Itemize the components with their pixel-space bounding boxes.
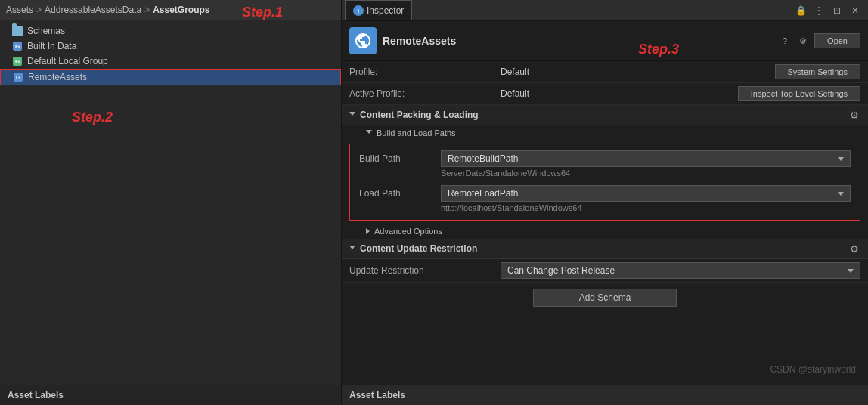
close-icon[interactable]: ✕ xyxy=(848,4,862,17)
advanced-options-row[interactable]: Advanced Options xyxy=(342,224,868,239)
build-load-paths-title: Build and Load Paths xyxy=(377,128,456,138)
watermark: CSDN @staryinworld xyxy=(770,364,856,375)
open-button[interactable]: Open xyxy=(814,33,860,48)
content-packing-section-header[interactable]: Content Packing & Loading ⚙ xyxy=(342,105,868,125)
content-packing-gear-icon[interactable]: ⚙ xyxy=(848,109,860,121)
add-schema-button[interactable]: Add Schema xyxy=(533,289,677,307)
load-path-row: Load Path RemoteLoadPath http://localhos… xyxy=(353,182,857,217)
dropdown-arrow2-icon xyxy=(838,192,844,196)
load-path-value: RemoteLoadPath xyxy=(448,188,518,199)
step3-label: Step.3 xyxy=(638,42,679,57)
add-schema-row: Add Schema xyxy=(342,283,868,313)
asset-labels-bar: Asset Labels xyxy=(342,385,868,405)
build-path-sub: ServerData/StandaloneWindows64 xyxy=(441,167,851,179)
remote-asset-icon xyxy=(349,27,377,54)
tree-item-label: Built In Data xyxy=(27,41,76,51)
update-restriction-label: Update Restriction xyxy=(349,265,501,276)
breadcrumb-part1: Assets xyxy=(6,5,33,15)
update-restriction-arrow-icon xyxy=(848,269,854,273)
update-restriction-dropdown[interactable]: Can Change Post Release xyxy=(501,262,860,279)
right-panel: i Inspector 🔒 ⋮ ⊡ ✕ RemoteAssets ? ⚙ xyxy=(342,0,868,405)
help-icon[interactable]: ? xyxy=(778,34,792,48)
menu-icon[interactable]: ⋮ xyxy=(812,4,826,17)
advanced-options-label: Advanced Options xyxy=(374,227,442,236)
load-path-sub: http://localhost/StandaloneWindows64 xyxy=(441,202,851,214)
group-icon: G xyxy=(12,41,23,51)
tree-item-label: RemoteAssets xyxy=(28,72,87,82)
build-path-right: RemoteBuildPath ServerData/StandaloneWin… xyxy=(441,150,851,179)
triangle-open-icon xyxy=(349,112,355,119)
breadcrumb-sep1: > xyxy=(36,5,42,15)
asset-labels-footer: Asset Labels xyxy=(0,385,341,405)
tree-item-label: Schemas xyxy=(27,26,65,36)
dropdown-arrow-icon xyxy=(838,157,844,161)
advanced-options-triangle-icon xyxy=(366,228,370,234)
folder-icon xyxy=(12,26,23,36)
load-path-dropdown[interactable]: RemoteLoadPath xyxy=(441,185,851,202)
svg-text:G: G xyxy=(15,58,20,65)
tab-icons: 🔒 ⋮ ⊡ ✕ xyxy=(794,4,865,17)
asset-title: RemoteAssets xyxy=(383,35,456,47)
inspector-tab[interactable]: i Inspector xyxy=(345,0,412,20)
load-path-label: Load Path xyxy=(359,185,435,199)
build-load-paths-header[interactable]: Build and Load Paths xyxy=(342,125,868,141)
maximize-icon[interactable]: ⊡ xyxy=(830,4,844,17)
breadcrumb-sep2: > xyxy=(144,5,150,15)
build-load-box: Build Path RemoteBuildPath ServerData/St… xyxy=(349,144,860,221)
left-panel: Assets > AddressableAssetsData > AssetGr… xyxy=(0,0,342,405)
active-profile-row: Active Profile: Default Inspect Top Leve… xyxy=(342,83,868,105)
group-green-icon: G xyxy=(12,56,23,66)
profile-value: Default xyxy=(501,66,775,77)
step2-label: Step.2 xyxy=(72,110,113,125)
tree-item-schemas[interactable]: Schemas xyxy=(0,23,341,39)
content-update-gear-icon[interactable]: ⚙ xyxy=(848,243,860,255)
breadcrumb: Assets > AddressableAssetsData > AssetGr… xyxy=(0,0,341,20)
profile-row: Profile: Default System Settings xyxy=(342,61,868,83)
content-update-title: Content Update Restriction xyxy=(360,243,477,254)
tree-item-default-local[interactable]: G Default Local Group xyxy=(0,54,341,69)
tree-item-label: Default Local Group xyxy=(27,56,108,66)
settings-icon[interactable]: ⚙ xyxy=(796,34,810,48)
inspector-tab-bar: i Inspector 🔒 ⋮ ⊡ ✕ xyxy=(342,0,868,21)
svg-text:G: G xyxy=(15,43,20,50)
info-icon: i xyxy=(353,5,364,16)
build-path-row: Build Path RemoteBuildPath ServerData/St… xyxy=(353,147,857,182)
load-path-right: RemoteLoadPath http://localhost/Standalo… xyxy=(441,185,851,214)
tree-items: Schemas G Built In Data G Default Local … xyxy=(0,20,341,88)
lock-icon[interactable]: 🔒 xyxy=(794,4,808,17)
header-right: ? ⚙ Open xyxy=(778,33,860,48)
build-path-label: Build Path xyxy=(359,150,435,164)
active-profile-value: Default xyxy=(501,88,738,99)
svg-text:G: G xyxy=(16,74,20,81)
build-paths-triangle-icon xyxy=(366,130,372,137)
update-restriction-row: Update Restriction Can Change Post Relea… xyxy=(342,259,868,283)
inspector-tab-label: Inspector xyxy=(367,5,404,16)
content-update-section-header[interactable]: Content Update Restriction ⚙ xyxy=(342,239,868,259)
system-settings-button[interactable]: System Settings xyxy=(775,64,860,79)
group-blue-icon: G xyxy=(13,72,23,82)
breadcrumb-current: AssetGroups xyxy=(153,5,209,15)
update-restriction-right: Can Change Post Release xyxy=(501,262,860,279)
breadcrumb-part2: AddressableAssetsData xyxy=(45,5,141,15)
step1-label: Step.1 xyxy=(242,5,283,20)
update-triangle-icon xyxy=(349,246,355,252)
inspector-header: RemoteAssets ? ⚙ Open xyxy=(342,21,868,61)
active-profile-label: Active Profile: xyxy=(349,88,501,99)
content-packing-title: Content Packing & Loading xyxy=(360,110,479,120)
build-path-value: RemoteBuildPath xyxy=(448,153,518,164)
update-restriction-value: Can Change Post Release xyxy=(507,265,615,276)
build-path-dropdown[interactable]: RemoteBuildPath xyxy=(441,150,851,167)
tree-item-builtin[interactable]: G Built In Data xyxy=(0,39,341,54)
tree-item-remote-assets[interactable]: G RemoteAssets xyxy=(0,69,341,85)
inspect-top-level-button[interactable]: Inspect Top Level Settings xyxy=(738,86,860,101)
profile-label: Profile: xyxy=(349,66,501,77)
